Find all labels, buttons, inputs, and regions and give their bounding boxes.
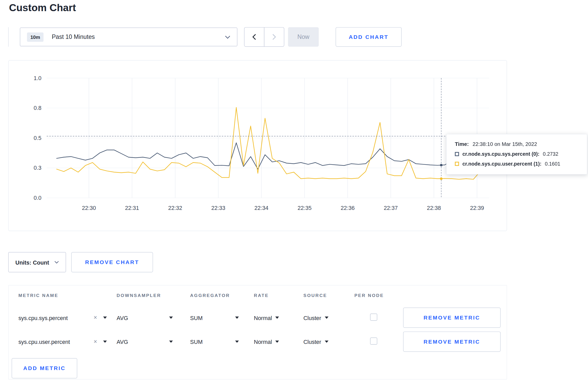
source-value: Cluster: [303, 338, 321, 345]
svg-text:1.0: 1.0: [34, 75, 41, 81]
downsampler-select[interactable]: AVG: [117, 338, 173, 345]
chevron-right-icon: [272, 34, 276, 40]
svg-text:22:34: 22:34: [254, 205, 268, 211]
svg-text:0.3: 0.3: [34, 165, 41, 171]
tooltip-time-value: 22:38:10 on Mar 15th, 2022: [473, 141, 537, 147]
custom-chart-page: Custom Chart 10m Past 10 Minutes Now AD: [0, 2, 588, 383]
metric-name-value: sys.cpu.user.percent: [18, 338, 91, 345]
time-window-badge: 10m: [27, 32, 44, 41]
caret-down-icon: [235, 341, 239, 343]
caret-down-icon: [169, 341, 173, 343]
caret-down-icon: [325, 341, 328, 343]
units-dropdown-label: Units: Count: [15, 259, 49, 266]
per-node-checkbox[interactable]: [370, 338, 377, 345]
cpu-percent-line-chart[interactable]: 22:3022:3122:3222:3322:3422:3522:3622:37…: [9, 61, 507, 231]
metric-row-user: sys.cpu.user.percent × AVG SUM Normal: [9, 330, 507, 354]
metric-name-select[interactable]: sys.cpu.user.percent ×: [18, 338, 107, 345]
rate-select[interactable]: Normal: [254, 338, 279, 345]
metric-name-select[interactable]: sys.cpu.sys.percent ×: [18, 315, 107, 321]
add-chart-button[interactable]: ADD CHART: [336, 27, 402, 47]
caret-down-icon: [235, 317, 239, 319]
svg-text:22:33: 22:33: [211, 205, 225, 211]
header-metric-name: METRIC NAME: [18, 293, 117, 298]
toolbar-divider: [8, 27, 9, 47]
tooltip-time-label: Time:: [455, 141, 469, 147]
sys-series-swatch-icon: [455, 152, 459, 156]
source-select[interactable]: Cluster: [303, 315, 328, 321]
svg-text:22:37: 22:37: [384, 205, 398, 211]
aggregator-value: SUM: [190, 338, 202, 345]
per-node-checkbox[interactable]: [370, 314, 377, 321]
time-window-label: Past 10 Minutes: [52, 34, 95, 40]
remove-metric-button[interactable]: REMOVE METRIC: [403, 331, 501, 352]
tooltip-series-row: cr.node.sys.cpu.sys.percent (0): 0.2732: [455, 151, 580, 157]
svg-text:0.8: 0.8: [34, 105, 41, 111]
caret-down-icon: [103, 317, 107, 319]
caret-down-icon: [275, 317, 279, 319]
tooltip-time-row: Time:22:38:10 on Mar 15th, 2022: [455, 141, 580, 147]
user-series-swatch-icon: [455, 162, 459, 166]
chart-tooltip: Time:22:38:10 on Mar 15th, 2022 cr.node.…: [446, 134, 587, 174]
svg-text:22:35: 22:35: [298, 205, 312, 211]
downsampler-select[interactable]: AVG: [117, 315, 173, 321]
tooltip-series-row: cr.node.sys.cpu.user.percent (1): 0.1601: [455, 161, 580, 167]
time-step-group: [244, 27, 284, 47]
downsampler-value: AVG: [117, 315, 128, 321]
time-back-button[interactable]: [244, 27, 264, 47]
svg-text:22:39: 22:39: [470, 205, 484, 211]
tooltip-series-name: cr.node.sys.cpu.sys.percent (0):: [462, 151, 539, 157]
caret-down-icon: [169, 317, 173, 319]
aggregator-select[interactable]: SUM: [190, 338, 239, 345]
add-metric-button[interactable]: ADD METRIC: [12, 358, 77, 378]
chevron-down-icon: [54, 261, 59, 264]
svg-text:0.0: 0.0: [34, 195, 41, 201]
caret-down-icon: [325, 317, 328, 319]
remove-metric-button[interactable]: REMOVE METRIC: [403, 308, 501, 328]
source-value: Cluster: [303, 315, 321, 321]
header-source: SOURCE: [303, 293, 354, 298]
tooltip-series-value: 0.1601: [545, 161, 560, 167]
page-title: Custom Chart: [9, 2, 588, 14]
units-dropdown[interactable]: Units: Count: [8, 252, 66, 272]
svg-text:22:38: 22:38: [427, 205, 441, 211]
rate-select[interactable]: Normal: [254, 315, 279, 321]
metric-row-sys: sys.cpu.sys.percent × AVG SUM Normal: [9, 306, 507, 330]
svg-text:0.5: 0.5: [34, 135, 41, 141]
header-per-node: PER NODE: [354, 293, 403, 298]
chevron-left-icon: [252, 34, 256, 40]
chart-controls: Units: Count REMOVE CHART: [8, 252, 588, 272]
clear-metric-icon[interactable]: ×: [94, 339, 97, 345]
metrics-table: METRIC NAME DOWNSAMPLER AGGREGATOR RATE …: [8, 285, 507, 380]
svg-text:22:31: 22:31: [125, 205, 139, 211]
aggregator-select[interactable]: SUM: [190, 315, 239, 321]
toolbar: 10m Past 10 Minutes Now ADD CHART: [8, 27, 588, 47]
metric-name-value: sys.cpu.sys.percent: [18, 315, 91, 321]
now-button[interactable]: Now: [288, 27, 319, 47]
rate-value: Normal: [254, 338, 272, 345]
rate-value: Normal: [254, 315, 272, 321]
svg-text:22:36: 22:36: [341, 205, 355, 211]
tooltip-series-name: cr.node.sys.cpu.user.percent (1):: [462, 161, 541, 167]
header-rate: RATE: [254, 293, 303, 298]
svg-text:22:32: 22:32: [168, 205, 182, 211]
caret-down-icon: [275, 341, 279, 343]
downsampler-value: AVG: [117, 338, 128, 345]
time-window-dropdown[interactable]: 10m Past 10 Minutes: [20, 27, 237, 46]
header-aggregator: AGGREGATOR: [190, 293, 254, 298]
source-select[interactable]: Cluster: [303, 338, 328, 345]
tooltip-series-value: 0.2732: [543, 151, 558, 157]
chart-panel: 22:3022:3122:3222:3322:3422:3522:3622:37…: [8, 60, 507, 231]
clear-metric-icon[interactable]: ×: [94, 315, 97, 321]
remove-chart-button[interactable]: REMOVE CHART: [71, 252, 153, 272]
svg-text:22:30: 22:30: [82, 205, 96, 211]
metrics-table-header: METRIC NAME DOWNSAMPLER AGGREGATOR RATE …: [9, 286, 507, 306]
header-downsampler: DOWNSAMPLER: [117, 293, 190, 298]
caret-down-icon: [103, 341, 107, 343]
aggregator-value: SUM: [190, 315, 202, 321]
chevron-down-icon: [225, 35, 230, 39]
time-forward-button[interactable]: [264, 27, 284, 47]
